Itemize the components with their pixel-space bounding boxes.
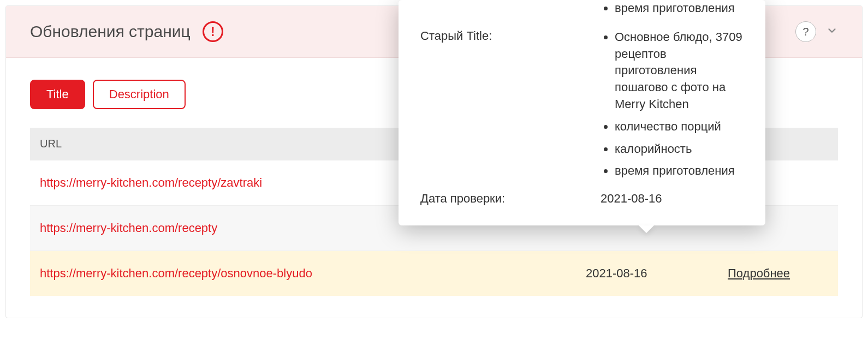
tooltip-pointer	[639, 225, 654, 233]
list-item: количество порций	[615, 118, 744, 135]
page-title: Обновления страниц	[30, 22, 191, 41]
tooltip-label-blank	[420, 0, 601, 17]
panel-header-right: ?	[795, 21, 838, 42]
table-cell-date: 2021-08-16	[576, 251, 718, 296]
alert-icon: !	[203, 21, 223, 42]
url-link[interactable]: https://merry-kitchen.com/recepty/zavtra…	[40, 176, 262, 189]
tooltip-section-old-title: Старый Title: Основное блюдо, 3709 рецеп…	[420, 17, 744, 180]
list-item: время приготовления	[615, 0, 744, 17]
tooltip-value-top: время приготовления	[601, 0, 744, 17]
help-button[interactable]: ?	[795, 21, 816, 42]
list-item: Основное блюдо, 3709 рецептов приготовле…	[615, 29, 744, 113]
tab-title[interactable]: Title	[30, 80, 85, 109]
table-row: https://merry-kitchen.com/recepty/osnovn…	[30, 251, 838, 296]
list-item: калорийность	[615, 141, 744, 158]
tooltip-section-top: время приготовления	[420, 0, 744, 17]
details-tooltip: время приготовления Старый Title: Основн…	[399, 0, 765, 225]
tooltip-section-check-date: Дата проверки: 2021-08-16	[420, 180, 744, 206]
tab-description[interactable]: Description	[93, 80, 186, 109]
url-link[interactable]: https://merry-kitchen.com/recepty	[40, 221, 217, 235]
url-link[interactable]: https://merry-kitchen.com/recepty/osnovn…	[40, 266, 312, 280]
panel-header-left: Обновления страниц !	[30, 21, 223, 42]
check-date-value: 2021-08-16	[601, 192, 744, 206]
check-date-label: Дата проверки:	[420, 192, 601, 206]
chevron-down-icon[interactable]	[826, 25, 838, 39]
old-title-label: Старый Title:	[420, 29, 601, 180]
list-item: время приготовления	[615, 163, 744, 180]
old-title-value: Основное блюдо, 3709 рецептов приготовле…	[601, 29, 744, 180]
details-link[interactable]: Подробнее	[728, 266, 790, 280]
